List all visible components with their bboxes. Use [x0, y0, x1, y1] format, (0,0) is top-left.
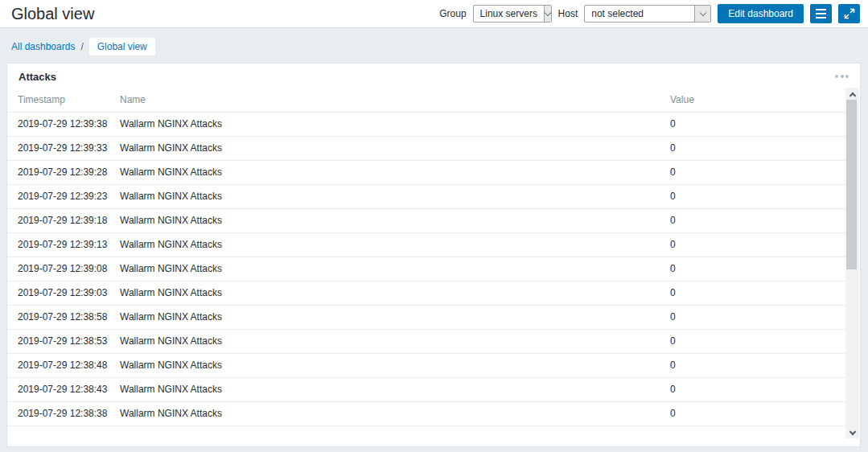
table-scrollbar[interactable]	[845, 88, 859, 438]
ellipsis-icon	[835, 75, 838, 78]
table-row: 2019-07-29 12:39:33 Wallarm NGINX Attack…	[7, 136, 845, 160]
cell-timestamp: 2019-07-29 12:39:18	[7, 208, 120, 232]
group-select[interactable]: Linux servers	[473, 5, 552, 23]
cell-name: Wallarm NGINX Attacks	[120, 136, 670, 160]
cell-timestamp: 2019-07-29 12:39:33	[7, 136, 120, 160]
cell-value: 0	[670, 377, 845, 401]
table-row: 2019-07-29 12:39:23 Wallarm NGINX Attack…	[7, 184, 845, 208]
cell-name: Wallarm NGINX Attacks	[120, 112, 670, 136]
chevron-down-icon	[544, 6, 551, 22]
scroll-up-button[interactable]	[845, 88, 859, 100]
breadcrumb-global-view[interactable]: Global view	[89, 38, 155, 55]
cell-timestamp: 2019-07-29 12:38:58	[7, 305, 120, 329]
breadcrumb-separator: /	[80, 41, 83, 52]
cell-value: 0	[670, 305, 845, 329]
top-header: Global view Group Linux servers Host not…	[0, 0, 868, 28]
table-row: 2019-07-29 12:39:28 Wallarm NGINX Attack…	[7, 160, 845, 184]
cell-timestamp: 2019-07-29 12:39:13	[7, 232, 120, 257]
table-row: 2019-07-29 12:39:03 Wallarm NGINX Attack…	[7, 281, 845, 305]
header-controls: Group Linux servers Host not selected Ed…	[439, 4, 860, 23]
cell-name: Wallarm NGINX Attacks	[120, 232, 670, 257]
hamburger-icon	[816, 9, 826, 19]
chevron-down-icon	[694, 6, 710, 22]
widget-menu-button[interactable]	[833, 72, 850, 81]
breadcrumb-all-dashboards[interactable]: All dashboards	[11, 41, 75, 52]
table-row: 2019-07-29 12:38:38 Wallarm NGINX Attack…	[7, 401, 845, 425]
cell-timestamp: 2019-07-29 12:39:38	[7, 112, 120, 136]
cell-value: 0	[670, 160, 845, 184]
host-label: Host	[558, 8, 578, 19]
dashboard-menu-button[interactable]	[810, 4, 832, 23]
cell-value: 0	[670, 353, 845, 377]
table-row: 2019-07-29 12:39:13 Wallarm NGINX Attack…	[7, 232, 845, 257]
cell-name: Wallarm NGINX Attacks	[120, 377, 670, 401]
cell-name: Wallarm NGINX Attacks	[120, 305, 670, 329]
table-row: 2019-07-29 12:38:43 Wallarm NGINX Attack…	[7, 377, 845, 401]
scroll-down-button[interactable]	[845, 426, 859, 438]
scrollbar-track[interactable]	[845, 100, 859, 426]
scrollbar-thumb[interactable]	[846, 100, 857, 269]
expand-icon	[844, 8, 855, 19]
cell-timestamp: 2019-07-29 12:39:03	[7, 281, 120, 305]
cell-name: Wallarm NGINX Attacks	[120, 329, 670, 353]
widget-title: Attacks	[19, 71, 56, 83]
table-row: 2019-07-29 12:39:08 Wallarm NGINX Attack…	[7, 257, 845, 281]
breadcrumb: All dashboards / Global view	[0, 28, 868, 63]
group-label: Group	[439, 8, 466, 19]
col-header-value: Value	[670, 88, 845, 112]
table-row: 2019-07-29 12:38:48 Wallarm NGINX Attack…	[7, 353, 845, 377]
cell-value: 0	[670, 184, 845, 208]
widget-header: Attacks	[7, 64, 860, 88]
cell-name: Wallarm NGINX Attacks	[120, 208, 670, 232]
table-row: 2019-07-29 12:38:58 Wallarm NGINX Attack…	[7, 305, 845, 329]
cell-value: 0	[670, 281, 845, 305]
cell-timestamp: 2019-07-29 12:38:43	[7, 377, 120, 401]
page-title: Global view	[11, 5, 94, 23]
host-select-value: not selected	[585, 6, 694, 22]
chevron-down-icon	[849, 428, 855, 434]
host-select[interactable]: not selected	[584, 5, 711, 23]
cell-name: Wallarm NGINX Attacks	[120, 184, 670, 208]
cell-value: 0	[670, 257, 845, 281]
table-row: 2019-07-29 12:39:38 Wallarm NGINX Attack…	[7, 112, 845, 136]
cell-value: 0	[670, 401, 845, 425]
col-header-name: Name	[120, 88, 670, 112]
attacks-table: Timestamp Name Value 2019-07-29 12:39:38…	[7, 88, 845, 426]
cell-timestamp: 2019-07-29 12:38:48	[7, 353, 120, 377]
table-row: 2019-07-29 12:39:18 Wallarm NGINX Attack…	[7, 208, 845, 232]
table-header-row: Timestamp Name Value	[7, 88, 845, 112]
table-row: 2019-07-29 12:38:53 Wallarm NGINX Attack…	[7, 329, 845, 353]
attacks-widget: Attacks Timestamp Name Value 2019-07-29 …	[6, 63, 861, 447]
cell-name: Wallarm NGINX Attacks	[120, 353, 670, 377]
cell-name: Wallarm NGINX Attacks	[120, 281, 670, 305]
cell-timestamp: 2019-07-29 12:39:28	[7, 160, 120, 184]
fullscreen-button[interactable]	[838, 4, 860, 23]
group-select-value: Linux servers	[474, 6, 544, 22]
cell-timestamp: 2019-07-29 12:38:53	[7, 329, 120, 353]
cell-name: Wallarm NGINX Attacks	[120, 160, 670, 184]
cell-timestamp: 2019-07-29 12:39:23	[7, 184, 120, 208]
cell-name: Wallarm NGINX Attacks	[120, 257, 670, 281]
cell-value: 0	[670, 112, 845, 136]
edit-dashboard-button[interactable]: Edit dashboard	[718, 4, 804, 23]
cell-value: 0	[670, 208, 845, 232]
chevron-up-icon	[849, 92, 855, 98]
cell-value: 0	[670, 232, 845, 257]
cell-timestamp: 2019-07-29 12:39:08	[7, 257, 120, 281]
cell-timestamp: 2019-07-29 12:38:38	[7, 401, 120, 425]
cell-name: Wallarm NGINX Attacks	[120, 401, 670, 425]
col-header-timestamp: Timestamp	[7, 88, 120, 112]
cell-value: 0	[670, 329, 845, 353]
cell-value: 0	[670, 136, 845, 160]
